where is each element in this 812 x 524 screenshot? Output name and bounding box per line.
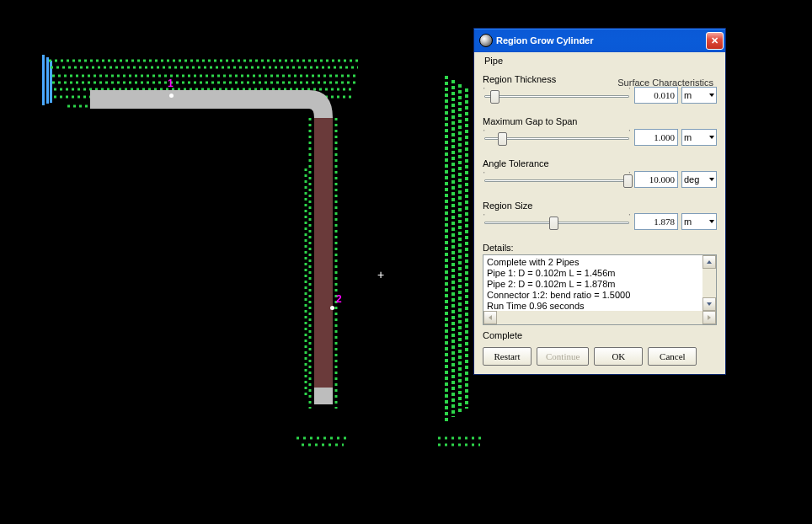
svg-rect-10 bbox=[314, 388, 333, 404]
continue-button: Continue bbox=[537, 347, 589, 366]
details-content[interactable]: Complete with 2 Pipes Pipe 1: D = 0.102m… bbox=[483, 255, 702, 311]
details-label: Details: bbox=[483, 243, 717, 253]
unit-region-thickness[interactable]: m bbox=[681, 87, 717, 104]
field-region-size: Region Size '' m bbox=[483, 201, 717, 231]
slider-region-size[interactable]: '' bbox=[483, 212, 631, 231]
pipe-2 bbox=[314, 118, 333, 396]
pipe-1 bbox=[90, 90, 309, 109]
input-region-size[interactable] bbox=[634, 213, 678, 230]
marker-2[interactable]: 2 bbox=[330, 302, 334, 312]
scroll-up-button[interactable] bbox=[702, 255, 716, 269]
menubar: Pipe bbox=[474, 52, 725, 69]
unit-region-size[interactable]: m bbox=[681, 213, 717, 230]
slider-thumb[interactable] bbox=[549, 217, 558, 230]
chevron-down-icon bbox=[709, 94, 714, 97]
close-button[interactable]: ✕ bbox=[706, 32, 724, 50]
unit-label: m bbox=[684, 90, 692, 100]
marker-2-label: 2 bbox=[336, 293, 342, 305]
chevron-down-icon bbox=[709, 178, 714, 181]
label-maximum-gap: Maximum Gap to Span bbox=[483, 116, 717, 126]
marker-1[interactable]: 1 bbox=[169, 89, 174, 99]
dialog-body: Surface Characteristics Region Thickness… bbox=[474, 69, 725, 374]
input-maximum-gap[interactable] bbox=[634, 129, 678, 146]
details-line: Pipe 1: D = 0.102m L = 1.456m bbox=[487, 268, 699, 279]
restart-button[interactable]: Restart bbox=[483, 347, 532, 366]
cancel-button[interactable]: Cancel bbox=[648, 347, 697, 366]
details-line: Connector 1:2: bend ratio = 1.5000 bbox=[487, 290, 699, 301]
chevron-down-icon bbox=[709, 136, 714, 139]
details-line: Complete with 2 Pipes bbox=[487, 257, 699, 268]
slider-angle-tolerance[interactable]: '' bbox=[483, 170, 631, 189]
svg-rect-0 bbox=[42, 55, 45, 105]
vertical-scrollbar[interactable] bbox=[702, 255, 716, 311]
dialog-title: Region Grow Cylinder bbox=[496, 35, 706, 45]
field-maximum-gap: Maximum Gap to Span '' m bbox=[483, 116, 717, 147]
close-icon: ✕ bbox=[711, 35, 719, 46]
ok-button[interactable]: OK bbox=[594, 347, 643, 366]
status-text: Complete bbox=[483, 330, 717, 340]
pipe-elbow bbox=[309, 90, 333, 118]
scroll-right-button[interactable] bbox=[702, 311, 716, 324]
details-line: Pipe 2: D = 0.102m L = 1.878m bbox=[487, 279, 699, 290]
slider-thumb[interactable] bbox=[623, 174, 633, 188]
marker-dot-icon bbox=[169, 94, 174, 98]
label-angle-tolerance: Angle Tolerance bbox=[483, 158, 717, 168]
menu-pipe[interactable]: Pipe bbox=[479, 54, 508, 67]
titlebar[interactable]: Region Grow Cylinder ✕ bbox=[474, 29, 725, 52]
slider-maximum-gap[interactable]: '' bbox=[483, 128, 631, 147]
region-grow-cylinder-dialog: Region Grow Cylinder ✕ Pipe Surface Char… bbox=[473, 28, 726, 375]
scroll-left-button[interactable] bbox=[483, 311, 497, 324]
slider-region-thickness[interactable]: '' bbox=[483, 86, 631, 104]
details-box: Complete with 2 Pipes Pipe 1: D = 0.102m… bbox=[483, 254, 717, 325]
details-line: Run Time 0.96 seconds bbox=[487, 301, 699, 311]
input-angle-tolerance[interactable] bbox=[634, 171, 678, 188]
section-surface-characteristics: Surface Characteristics bbox=[617, 78, 713, 88]
slider-thumb[interactable] bbox=[498, 132, 507, 146]
marker-dot-icon bbox=[330, 306, 334, 310]
input-region-thickness[interactable] bbox=[634, 87, 678, 104]
slider-thumb[interactable] bbox=[490, 90, 499, 104]
field-angle-tolerance: Angle Tolerance '' deg bbox=[483, 158, 717, 189]
app-icon bbox=[479, 34, 493, 47]
label-region-size: Region Size bbox=[483, 201, 717, 211]
svg-rect-1 bbox=[46, 57, 49, 104]
unit-label: m bbox=[684, 132, 692, 142]
unit-maximum-gap[interactable]: m bbox=[681, 129, 717, 146]
horizontal-scrollbar[interactable] bbox=[483, 311, 716, 324]
chevron-down-icon bbox=[709, 220, 714, 223]
unit-label: deg bbox=[684, 174, 699, 184]
button-row: Restart Continue OK Cancel bbox=[483, 347, 717, 366]
unit-angle-tolerance[interactable]: deg bbox=[681, 171, 717, 188]
unit-label: m bbox=[684, 217, 692, 227]
scroll-down-button[interactable] bbox=[702, 297, 716, 311]
marker-1-label: 1 bbox=[168, 78, 174, 89]
